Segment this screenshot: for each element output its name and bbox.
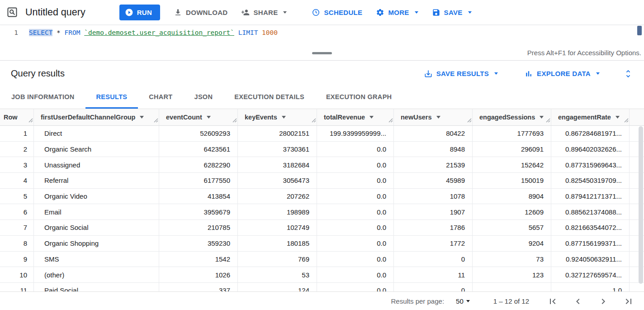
table-row: 10(other)1026530.0111230.327127659574... xyxy=(0,267,644,283)
column-sort-dropdown-icon[interactable] xyxy=(616,116,620,119)
save-button[interactable]: SAVE xyxy=(432,8,472,17)
column-sort-dropdown-icon[interactable] xyxy=(140,116,144,119)
table-row: 9SMS15427690.00730.924050632911... xyxy=(0,252,644,267)
last-page-button[interactable] xyxy=(623,296,634,307)
row-number-cell: 9 xyxy=(0,252,34,267)
prev-page-button[interactable] xyxy=(573,296,583,307)
row-number-cell: 5 xyxy=(0,189,34,204)
column-resize-handle[interactable] xyxy=(546,118,550,123)
chevron-right-icon xyxy=(598,296,609,307)
row-number-cell: 10 xyxy=(0,267,34,282)
more-button[interactable]: MORE xyxy=(376,8,418,17)
column-sort-dropdown-icon[interactable] xyxy=(540,116,544,119)
first-page-button[interactable] xyxy=(547,296,558,307)
schedule-button[interactable]: SCHEDULE xyxy=(312,8,362,17)
chevron-down-icon xyxy=(283,11,287,14)
table-cell: 0.0 xyxy=(317,142,394,157)
table-cell: 180185 xyxy=(238,236,317,251)
sql-editor[interactable]: 1 SELECT * FROM `demo.demoset.user_acqui… xyxy=(0,25,644,48)
column-resize-handle[interactable] xyxy=(388,118,393,123)
pane-resize-handle[interactable] xyxy=(312,52,332,54)
column-resize-handle[interactable] xyxy=(467,118,472,123)
results-table: RowfirstUserDefaultChannelGroupeventCoun… xyxy=(0,109,644,291)
table-body: 1Direct5260929328002151199.9399959999...… xyxy=(0,126,644,291)
table-cell: 0.877156199371... xyxy=(551,236,630,251)
table-cell: 80422 xyxy=(394,126,473,141)
tab-execution-graph[interactable]: EXECUTION GRAPH xyxy=(315,86,403,109)
download-button[interactable]: DOWNLOAD xyxy=(174,8,227,17)
table-cell: 198989 xyxy=(238,204,317,219)
column-resize-handle[interactable] xyxy=(624,118,629,123)
table-cell: 102749 xyxy=(238,220,317,235)
table-cell: 124 xyxy=(238,283,317,291)
code-token: FROM xyxy=(65,29,80,36)
code-line: SELECT * FROM `demo.demoset.user_acquisi… xyxy=(29,28,278,48)
table-cell: SMS xyxy=(34,252,159,267)
table-header-row: RowfirstUserDefaultChannelGroupeventCoun… xyxy=(0,109,644,126)
editor-scrollbar-thumb[interactable] xyxy=(637,26,642,35)
table-row: 3Unassigned628229031826840.0215391526420… xyxy=(0,157,644,173)
table-scrollbar[interactable] xyxy=(639,126,643,291)
column-label: engagementRate xyxy=(558,114,611,121)
query-editor-icon xyxy=(6,6,18,18)
results-tabs: JOB INFORMATIONRESULTSCHARTJSONEXECUTION… xyxy=(0,86,644,109)
column-resize-handle[interactable] xyxy=(312,118,316,123)
column-sort-dropdown-icon[interactable] xyxy=(436,116,440,119)
table-cell: 6423561 xyxy=(159,142,238,157)
table-scrollbar-thumb[interactable] xyxy=(639,126,643,284)
chevron-down-icon xyxy=(596,72,600,75)
column-label: engagedSessions xyxy=(479,114,535,121)
table-cell: 0.0 xyxy=(317,157,394,172)
save-results-button[interactable]: SAVE RESULTS xyxy=(424,69,498,78)
query-tab-title[interactable]: Untitled query xyxy=(25,7,85,18)
tab-results[interactable]: RESULTS xyxy=(85,86,138,109)
tab-job-information[interactable]: JOB INFORMATION xyxy=(0,86,85,109)
share-button[interactable]: SHARE xyxy=(241,8,287,17)
first-page-icon xyxy=(547,296,558,307)
column-resize-handle[interactable] xyxy=(154,118,158,123)
tab-execution-details[interactable]: EXECUTION DETAILS xyxy=(223,86,315,109)
table-cell: 0.0 xyxy=(317,204,394,219)
table-cell: Direct xyxy=(34,126,159,141)
column-sort-dropdown-icon[interactable] xyxy=(207,116,211,119)
table-cell: 123 xyxy=(473,267,551,282)
column-header-firstuserdefaultchannelgroup: firstUserDefaultChannelGroup xyxy=(34,109,159,125)
page-size-select[interactable]: 50 xyxy=(456,297,470,305)
column-resize-handle[interactable] xyxy=(232,118,237,123)
explore-data-button[interactable]: EXPLORE DATA xyxy=(524,69,600,78)
column-resize-handle[interactable] xyxy=(28,118,33,123)
table-cell: 0.0 xyxy=(317,236,394,251)
table-cell: Organic Search xyxy=(34,142,159,157)
table-cell: 0 xyxy=(394,252,473,267)
tab-chart[interactable]: CHART xyxy=(138,86,183,109)
table-row: 1Direct5260929328002151199.9399959999...… xyxy=(0,126,644,142)
expand-results-button[interactable] xyxy=(623,69,633,79)
run-button[interactable]: RUN xyxy=(119,5,160,20)
page-size-value: 50 xyxy=(456,297,464,305)
row-number-cell: 2 xyxy=(0,142,34,157)
run-label: RUN xyxy=(137,9,152,16)
chevron-down-icon xyxy=(468,11,472,14)
next-page-button[interactable] xyxy=(598,296,609,307)
table-cell: 9204 xyxy=(473,236,551,251)
table-cell: 0.0 xyxy=(317,267,394,282)
accessibility-hint: Press Alt+F1 for Accessibility Options. xyxy=(527,49,641,57)
table-cell: Organic Shopping xyxy=(34,236,159,251)
column-sort-dropdown-icon[interactable] xyxy=(282,116,286,119)
table-row: 8Organic Shopping3592301801850.017729204… xyxy=(0,236,644,252)
table-cell: Referral xyxy=(34,173,159,188)
table-reference-link[interactable]: `demo.demoset.user_acquisition_report` xyxy=(84,29,234,36)
code-token: SELECT xyxy=(29,29,52,36)
table-cell: 1.0 xyxy=(551,283,630,291)
column-sort-dropdown-icon[interactable] xyxy=(369,116,374,119)
tab-json[interactable]: JSON xyxy=(184,86,224,109)
save-label: SAVE xyxy=(444,9,463,16)
table-cell: 45989 xyxy=(394,173,473,188)
column-label: newUsers xyxy=(401,114,432,121)
table-cell: 11 xyxy=(394,267,473,282)
table-cell: 0.0 xyxy=(317,220,394,235)
save-results-label: SAVE RESULTS xyxy=(436,70,489,77)
table-row: 6Email39596791989890.01907126090.8856213… xyxy=(0,204,644,220)
column-header-engagedsessions: engagedSessions xyxy=(473,109,551,125)
table-cell: 21539 xyxy=(394,157,473,172)
